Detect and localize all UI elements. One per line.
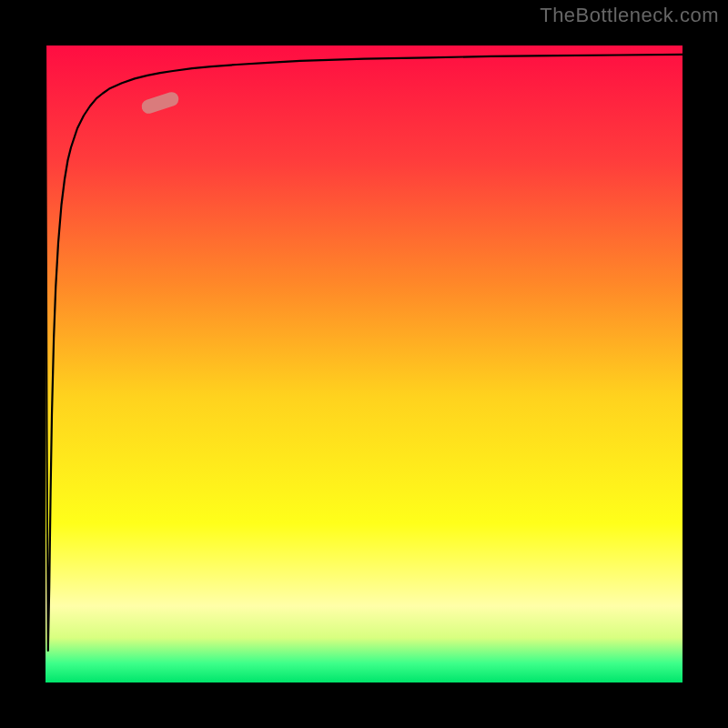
frame-bottom — [0, 682, 728, 728]
frame-right — [682, 0, 728, 728]
chart-stage: TheBottleneck.com — [0, 0, 728, 728]
chart-svg — [0, 0, 728, 728]
frame-left — [0, 0, 46, 728]
plot-background — [46, 46, 682, 682]
watermark-text: TheBottleneck.com — [540, 4, 719, 27]
